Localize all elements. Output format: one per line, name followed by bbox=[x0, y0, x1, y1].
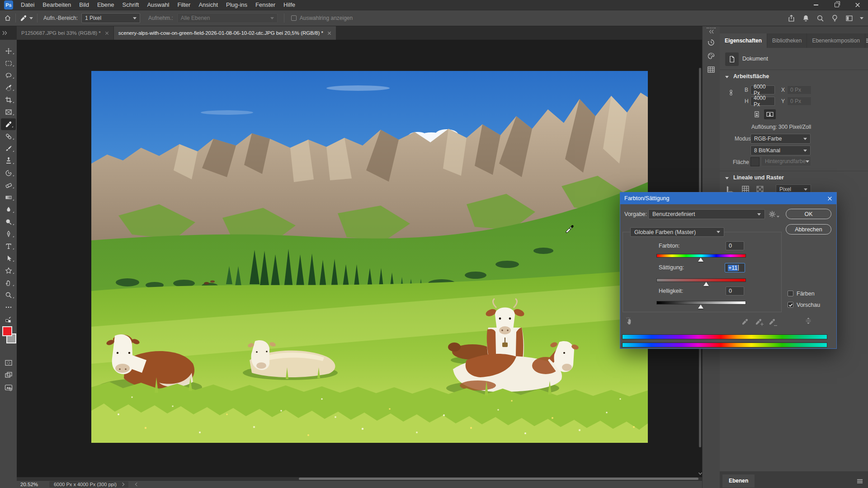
hue-value-field[interactable]: 0 bbox=[726, 241, 744, 250]
color-mode-dropdown[interactable]: RGB-Farbe bbox=[750, 134, 811, 144]
channel-dropdown[interactable]: Globale Farben (Master) bbox=[630, 227, 724, 237]
preview-checkbox[interactable] bbox=[788, 302, 793, 308]
home-icon[interactable] bbox=[4, 14, 11, 22]
close-icon[interactable] bbox=[327, 31, 331, 35]
orientation-portrait-button[interactable] bbox=[752, 109, 762, 119]
menu-fenster[interactable]: Fenster bbox=[251, 0, 279, 10]
data-table-panel-icon[interactable] bbox=[703, 63, 720, 76]
bell-icon[interactable] bbox=[802, 14, 810, 22]
document-info[interactable]: 6000 Px x 4000 Px (300 ppi) bbox=[49, 481, 128, 488]
expand-panels-icon[interactable] bbox=[708, 29, 714, 34]
menu-filter[interactable]: Filter bbox=[174, 0, 195, 10]
preset-options-gear[interactable] bbox=[769, 211, 780, 218]
lasso-tool[interactable] bbox=[0, 70, 17, 81]
workspace-icon[interactable] bbox=[845, 14, 853, 22]
colorize-checkbox[interactable] bbox=[788, 291, 793, 296]
document-tab[interactable]: P1250687.JPG bei 33% (RGB/8) * bbox=[17, 26, 113, 40]
chevron-down-icon[interactable] bbox=[725, 76, 729, 78]
tab-eigenschaften[interactable]: Eigenschaften bbox=[720, 33, 767, 48]
sample-size-dropdown[interactable]: 1 Pixel bbox=[81, 13, 140, 23]
on-image-adjust-icon[interactable] bbox=[625, 316, 634, 325]
fill-color-swatch[interactable] bbox=[750, 157, 760, 166]
lightness-value-field[interactable]: 0 bbox=[726, 286, 744, 296]
canvas-image-alps-cows[interactable] bbox=[91, 71, 648, 443]
object-selection-tool[interactable] bbox=[0, 82, 17, 94]
move-tool[interactable] bbox=[0, 45, 17, 57]
menu-bearbeiten[interactable]: Bearbeiten bbox=[38, 0, 75, 10]
screen-mode-icon[interactable] bbox=[0, 369, 17, 381]
menu-bild[interactable]: Bild bbox=[75, 0, 93, 10]
collapse-toolbar-icon[interactable] bbox=[2, 31, 8, 35]
brush-tool[interactable] bbox=[0, 143, 17, 155]
saturation-slider[interactable] bbox=[656, 278, 746, 282]
hue-slider-thumb[interactable] bbox=[698, 258, 703, 262]
close-icon[interactable] bbox=[105, 31, 109, 35]
blur-tool[interactable] bbox=[0, 204, 17, 216]
swap-colors-mini-icon[interactable] bbox=[0, 314, 17, 325]
maximize-button[interactable] bbox=[826, 0, 847, 10]
gradient-tool[interactable] bbox=[0, 192, 17, 203]
menu-ansicht[interactable]: Ansicht bbox=[194, 0, 222, 10]
cancel-button[interactable]: Abbrechen bbox=[786, 224, 831, 235]
chevron-left-icon[interactable] bbox=[135, 483, 139, 486]
lightness-slider[interactable] bbox=[656, 301, 746, 305]
drag-handle[interactable] bbox=[707, 28, 716, 28]
edit-toolbar-ellipsis[interactable] bbox=[0, 301, 17, 313]
bit-depth-dropdown[interactable]: 8 Bit/Kanal bbox=[750, 145, 811, 155]
panel-menu-button[interactable] bbox=[865, 33, 868, 48]
tab-bibliotheken[interactable]: Bibliotheken bbox=[767, 33, 807, 48]
preset-dropdown[interactable]: Benutzerdefiniert bbox=[648, 209, 765, 219]
minimize-button[interactable] bbox=[806, 0, 826, 10]
history-brush-tool[interactable] bbox=[0, 167, 17, 179]
zoom-tool[interactable] bbox=[0, 289, 17, 301]
menu-datei[interactable]: Datei bbox=[17, 0, 38, 10]
spectrum-bar-adjusted[interactable] bbox=[622, 343, 827, 347]
lightness-slider-thumb[interactable] bbox=[698, 305, 703, 309]
chevron-down-icon[interactable] bbox=[860, 17, 863, 19]
type-tool[interactable] bbox=[0, 240, 17, 252]
lightbulb-icon[interactable] bbox=[831, 14, 839, 22]
menu-auswahl[interactable]: Auswahl bbox=[143, 0, 173, 10]
tab-ebenen[interactable]: Ebenen bbox=[722, 474, 755, 488]
menu-ebene[interactable]: Ebene bbox=[93, 0, 118, 10]
clone-stamp-tool[interactable] bbox=[0, 155, 17, 167]
menu-plugins[interactable]: Plug-ins bbox=[222, 0, 251, 10]
menu-schrift[interactable]: Schrift bbox=[118, 0, 143, 10]
pen-tool[interactable] bbox=[0, 228, 17, 240]
layers-panel-menu-button[interactable] bbox=[856, 478, 863, 485]
custom-shape-tool[interactable] bbox=[0, 265, 17, 277]
document-tab-active[interactable]: scenery-alps-with-cow-on-green-field-202… bbox=[114, 26, 336, 40]
crop-tool[interactable] bbox=[0, 94, 17, 106]
hand-tool[interactable] bbox=[0, 277, 17, 289]
close-button[interactable] bbox=[847, 0, 868, 10]
path-selection-tool[interactable] bbox=[0, 253, 17, 264]
horizontal-scrollbar-thumb[interactable] bbox=[299, 478, 698, 480]
link-dimensions-icon[interactable] bbox=[728, 86, 734, 99]
saturation-slider-thumb[interactable] bbox=[703, 282, 709, 286]
quick-mask-icon[interactable] bbox=[0, 357, 17, 369]
eyedropper-tool[interactable] bbox=[1, 118, 16, 130]
chevron-down-icon[interactable] bbox=[29, 17, 33, 19]
saturation-value-field[interactable]: +11 bbox=[725, 263, 745, 272]
share-icon[interactable] bbox=[788, 14, 795, 22]
chevron-down-icon[interactable] bbox=[725, 177, 729, 179]
menu-hilfe[interactable]: Hilfe bbox=[279, 0, 299, 10]
dodge-tool[interactable] bbox=[0, 216, 17, 228]
search-icon[interactable] bbox=[816, 14, 824, 22]
hue-slider[interactable] bbox=[656, 254, 746, 258]
history-panel-icon[interactable] bbox=[703, 36, 720, 49]
cloud-photo-icon[interactable] bbox=[0, 382, 17, 394]
dialog-title-bar[interactable]: Farbton/Sättigung bbox=[620, 192, 836, 204]
zoom-level-field[interactable]: 20.52% bbox=[20, 482, 44, 487]
width-field[interactable]: 6000 Px bbox=[750, 85, 775, 94]
foreground-color-swatch[interactable] bbox=[2, 326, 12, 336]
ok-button[interactable]: OK bbox=[786, 209, 831, 219]
height-field[interactable]: 4000 Px bbox=[750, 97, 775, 106]
eraser-tool[interactable] bbox=[0, 179, 17, 191]
eyedropper-tool-icon[interactable] bbox=[20, 14, 27, 22]
dialog-close-button[interactable] bbox=[823, 192, 836, 204]
orientation-landscape-button[interactable] bbox=[764, 109, 776, 119]
rectangular-marquee-tool[interactable] bbox=[0, 57, 17, 69]
frame-tool[interactable] bbox=[0, 106, 17, 118]
color-panel-icon[interactable] bbox=[703, 49, 720, 63]
